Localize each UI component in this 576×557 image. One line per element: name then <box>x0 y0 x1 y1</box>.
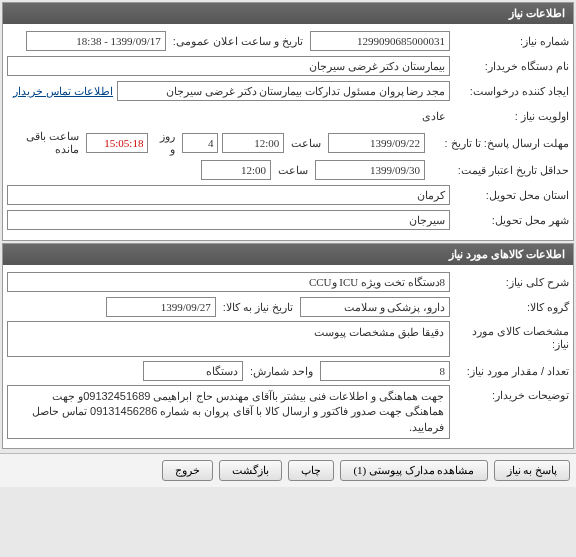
countdown-field: 15:05:18 <box>86 133 148 153</box>
notes-field: جهت هماهنگی و اطلاعات فنی بیشتر باآقای م… <box>7 385 450 439</box>
days-unit-label: روز و <box>152 130 178 156</box>
min-valid-label: حداقل تاریخ اعتبار قیمت: <box>429 164 569 177</box>
group-label: گروه کالا: <box>454 301 569 314</box>
spec-label: مشخصات کالای مورد نیاز: <box>454 321 569 351</box>
need-info-panel: اطلاعات نیاز شماره نیاز: 129909068500003… <box>2 2 574 241</box>
req-no-label: شماره نیاز: <box>454 35 569 48</box>
deadline-time-field: 12:00 <box>222 133 284 153</box>
attachments-button[interactable]: مشاهده مدارک پیوستی (1) <box>340 460 487 481</box>
unit-field: دستگاه <box>143 361 243 381</box>
creator-field: مجد رضا پروان مسئول تدارکات بیمارستان دک… <box>117 81 450 101</box>
priority-label: اولویت نیاز : <box>454 110 569 123</box>
time-label-2: ساعت <box>275 164 311 177</box>
org-field: بیمارستان دکتر غرضی سیرجان <box>7 56 450 76</box>
qty-label: تعداد / مقدار مورد نیاز: <box>454 365 569 378</box>
respond-button[interactable]: پاسخ به نیاز <box>494 460 571 481</box>
province-field: کرمان <box>7 185 450 205</box>
group-field: دارو، پزشکی و سلامت <box>300 297 450 317</box>
back-button[interactable]: بازگشت <box>219 460 282 481</box>
unit-label: واحد شمارش: <box>247 365 316 378</box>
province-label: استان محل تحویل: <box>454 189 569 202</box>
min-valid-date-field: 1399/09/30 <box>315 160 425 180</box>
spec-field: دقیقا طبق مشخصات پیوست <box>7 321 450 357</box>
creator-label: ایجاد کننده درخواست: <box>454 85 569 98</box>
panel2-title: اطلاعات کالاهای مورد نیاز <box>3 244 573 265</box>
goods-info-panel: اطلاعات کالاهای مورد نیاز شرح کلی نیاز: … <box>2 243 574 449</box>
deadline-label: مهلت ارسال پاسخ: تا تاریخ : <box>429 137 569 150</box>
desc-field: 8دستگاه تخت ویژه ICU وCCU <box>7 272 450 292</box>
days-left-field: 4 <box>182 133 218 153</box>
city-label: شهر محل تحویل: <box>454 214 569 227</box>
remain-label: ساعت باقی مانده <box>7 130 82 156</box>
notes-label: توضیحات خریدار: <box>454 385 569 402</box>
city-field: سیرجان <box>7 210 450 230</box>
panel1-title: اطلاعات نیاز <box>3 3 573 24</box>
contact-link[interactable]: اطلاعات تماس خریدار <box>7 85 113 98</box>
qty-field: 8 <box>320 361 450 381</box>
pub-date-field: 1399/09/17 - 18:38 <box>26 31 166 51</box>
button-bar: پاسخ به نیاز مشاهده مدارک پیوستی (1) چاپ… <box>0 453 576 487</box>
deadline-date-field: 1399/09/22 <box>328 133 425 153</box>
priority-value: عادی <box>418 108 450 125</box>
need-date-label: تاریخ نیاز به کالا: <box>220 301 296 314</box>
org-label: نام دستگاه خریدار: <box>454 60 569 73</box>
print-button[interactable]: چاپ <box>288 460 334 481</box>
req-no-field: 1299090685000031 <box>310 31 450 51</box>
exit-button[interactable]: خروج <box>162 460 213 481</box>
min-valid-time-field: 12:00 <box>201 160 271 180</box>
time-label-1: ساعت <box>288 137 324 150</box>
pub-date-label: تاریخ و ساعت اعلان عمومی: <box>170 35 306 48</box>
desc-label: شرح کلی نیاز: <box>454 276 569 289</box>
need-date-field: 1399/09/27 <box>106 297 216 317</box>
